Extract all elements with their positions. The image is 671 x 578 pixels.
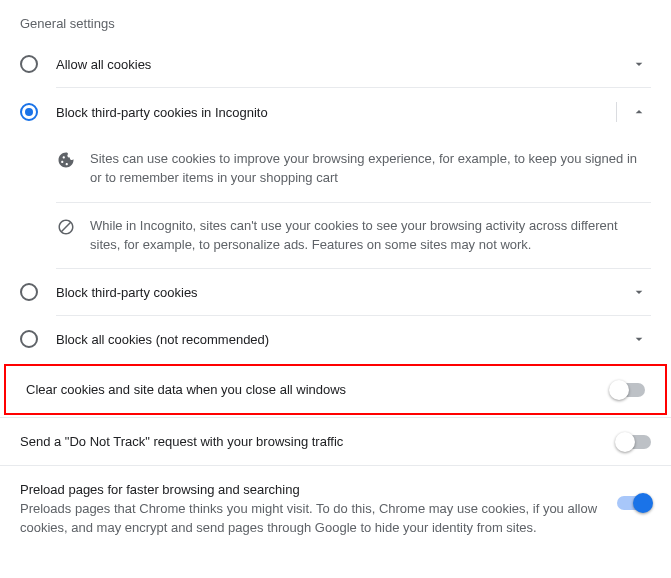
clear-cookies-toggle[interactable] bbox=[611, 383, 645, 397]
general-settings-section: General settings Allow all cookies Block… bbox=[0, 0, 671, 553]
option-label: Block all cookies (not recommended) bbox=[56, 332, 627, 347]
do-not-track-toggle[interactable] bbox=[617, 435, 651, 449]
toggle-label: Clear cookies and site data when you clo… bbox=[26, 382, 611, 397]
chevron-down-icon[interactable] bbox=[627, 331, 651, 347]
detail-cookie-info: Sites can use cookies to improve your br… bbox=[56, 136, 651, 202]
chevron-down-icon[interactable] bbox=[627, 284, 651, 300]
clear-cookies-on-close-row: Clear cookies and site data when you clo… bbox=[6, 366, 665, 413]
do-not-track-row: Send a "Do Not Track" request with your … bbox=[0, 418, 671, 465]
preload-title: Preload pages for faster browsing and se… bbox=[20, 482, 601, 497]
chevron-up-icon[interactable] bbox=[627, 104, 651, 120]
detail-text: While in Incognito, sites can't use your… bbox=[90, 217, 651, 255]
option-label: Allow all cookies bbox=[56, 57, 627, 72]
toggle-knob bbox=[633, 493, 653, 513]
toggle-knob bbox=[615, 432, 635, 452]
option-label: Block third-party cookies in Incognito bbox=[56, 105, 606, 120]
preload-pages-row: Preload pages for faster browsing and se… bbox=[0, 466, 671, 552]
block-icon bbox=[56, 217, 76, 237]
radio-icon bbox=[20, 330, 38, 348]
option-label: Block third-party cookies bbox=[56, 285, 627, 300]
separator bbox=[616, 102, 617, 122]
chevron-down-icon[interactable] bbox=[627, 56, 651, 72]
preload-toggle[interactable] bbox=[617, 496, 651, 510]
highlighted-setting: Clear cookies and site data when you clo… bbox=[4, 364, 667, 415]
radio-icon-selected bbox=[20, 103, 38, 121]
section-title: General settings bbox=[0, 0, 671, 41]
option-allow-all-cookies[interactable]: Allow all cookies bbox=[0, 41, 671, 87]
option-block-all-cookies[interactable]: Block all cookies (not recommended) bbox=[0, 316, 671, 362]
radio-icon bbox=[20, 283, 38, 301]
radio-icon bbox=[20, 55, 38, 73]
option-details: Sites can use cookies to improve your br… bbox=[0, 136, 671, 268]
cookie-icon bbox=[56, 150, 76, 170]
option-block-third-party-incognito[interactable]: Block third-party cookies in Incognito bbox=[0, 88, 671, 136]
preload-desc: Preloads pages that Chrome thinks you mi… bbox=[20, 500, 601, 536]
detail-text: Sites can use cookies to improve your br… bbox=[90, 150, 651, 188]
toggle-label: Send a "Do Not Track" request with your … bbox=[20, 434, 617, 449]
option-block-third-party[interactable]: Block third-party cookies bbox=[0, 269, 671, 315]
toggle-knob bbox=[609, 380, 629, 400]
detail-incognito-info: While in Incognito, sites can't use your… bbox=[56, 203, 651, 269]
